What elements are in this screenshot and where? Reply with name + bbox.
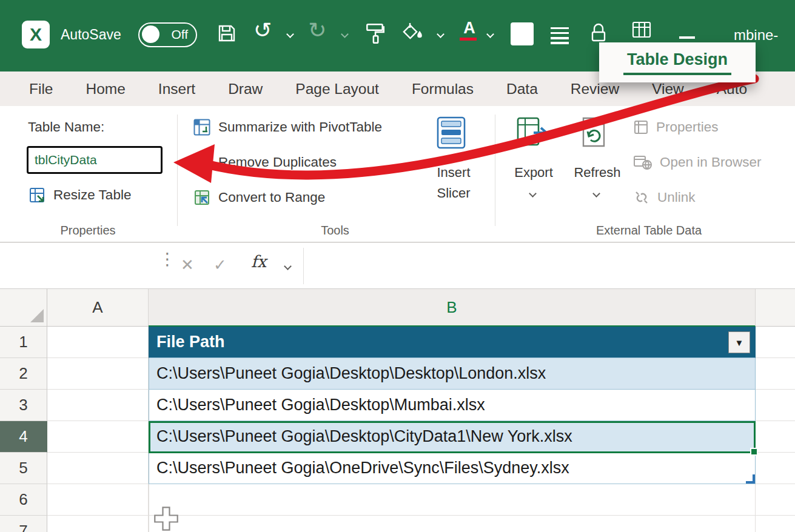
- insert-slicer-label-line2[interactable]: Slicer: [424, 185, 483, 201]
- fx-icon[interactable]: fx: [251, 252, 266, 271]
- select-all-corner[interactable]: [0, 289, 47, 327]
- redo-icon: ↻: [308, 19, 326, 41]
- refresh-label[interactable]: Refresh: [564, 165, 631, 181]
- formula-bar: B4 ⋮ ✕ ✓ fx C:\Users\Puneet Gogia\Deskto…: [0, 242, 795, 289]
- cell-stub-4[interactable]: [756, 421, 795, 453]
- format-painter-icon[interactable]: [364, 22, 386, 45]
- remove-duplicates-label: Remove Duplicates: [218, 155, 337, 170]
- export-icon[interactable]: [515, 116, 551, 148]
- tab-formulas[interactable]: Formulas: [412, 81, 474, 98]
- export-label[interactable]: Export: [503, 165, 564, 181]
- cell-a5[interactable]: [47, 453, 149, 484]
- cell-stub-7[interactable]: [756, 516, 795, 532]
- row-header-5[interactable]: 5: [0, 453, 47, 484]
- tab-page-layout[interactable]: Page Layout: [295, 81, 379, 98]
- group-label-properties: Properties: [0, 224, 176, 238]
- row-header-4[interactable]: 4: [0, 421, 47, 453]
- properties-button: Properties: [633, 119, 719, 135]
- insert-slicer-icon[interactable]: [433, 116, 471, 150]
- convert-to-range-button[interactable]: Convert to Range: [193, 188, 325, 207]
- tab-review[interactable]: Review: [571, 81, 619, 98]
- lock-icon[interactable]: [589, 22, 608, 45]
- summarize-pivottable-button[interactable]: Summarize with PivotTable: [193, 118, 382, 136]
- insert-slicer-label-line1[interactable]: Insert: [424, 165, 483, 181]
- cell-b3[interactable]: C:\Users\Puneet Gogia\Desktop\Mumbai.xls…: [149, 390, 756, 421]
- cell-b4-active[interactable]: C:\Users\Puneet Gogia\Desktop\CityData1\…: [149, 421, 756, 453]
- cell-stub-5[interactable]: [756, 453, 795, 484]
- row-header-2[interactable]: 2: [0, 358, 47, 390]
- cell-b7[interactable]: [149, 516, 756, 532]
- tab-insert[interactable]: Insert: [158, 81, 195, 98]
- cell-b5[interactable]: C:\Users\Puneet Gogia\OneDrive\Sync\File…: [149, 453, 756, 484]
- cell-a3[interactable]: [47, 390, 149, 421]
- column-header-a[interactable]: A: [47, 289, 149, 327]
- formula-bar-chevron-down-icon[interactable]: [284, 262, 292, 270]
- tab-view[interactable]: View: [652, 81, 684, 98]
- row-header-7[interactable]: 7: [0, 516, 47, 532]
- row-header-6[interactable]: 6: [0, 484, 47, 516]
- group-label-tools: Tools: [182, 224, 488, 238]
- row-header-3[interactable]: 3: [0, 390, 47, 421]
- font-color-chevron-down-icon[interactable]: [486, 30, 494, 38]
- cell-stub-6[interactable]: [756, 484, 795, 516]
- group-divider: [495, 115, 495, 226]
- tab-home[interactable]: Home: [86, 81, 125, 98]
- excel-window: X AutoSave Off ↺ ↻ A: [0, 0, 795, 532]
- unlink-button: Unlink: [633, 190, 696, 205]
- column-header-stub[interactable]: [756, 289, 795, 327]
- cell-a1[interactable]: [47, 327, 149, 358]
- filter-dropdown-button[interactable]: ▼: [728, 331, 750, 353]
- font-color-icon[interactable]: A: [460, 19, 479, 41]
- table-grid-icon[interactable]: [629, 17, 654, 42]
- fill-color-chevron-down-icon[interactable]: [437, 30, 444, 38]
- autosave-label: AutoSave: [61, 27, 121, 43]
- properties-label: Properties: [656, 119, 719, 135]
- border-color-swatch-icon[interactable]: [511, 22, 534, 45]
- undo-chevron-down-icon[interactable]: [286, 30, 294, 38]
- autosave-state: Off: [171, 27, 188, 42]
- fill-color-icon[interactable]: [400, 22, 424, 44]
- resize-table-button[interactable]: Resize Table: [28, 186, 131, 204]
- cell-b6[interactable]: [149, 484, 756, 516]
- cell-b2[interactable]: C:\Users\Puneet Gogia\Desktop\Desktop\Lo…: [149, 358, 756, 390]
- filter-arrow-icon: ▼: [735, 338, 744, 347]
- cell-a6[interactable]: [47, 484, 149, 516]
- cell-a2[interactable]: [47, 358, 149, 390]
- cell-stub-3[interactable]: [756, 390, 795, 421]
- formula-bar-divider: [303, 248, 304, 284]
- resize-table-label: Resize Table: [53, 187, 131, 203]
- unlink-icon: [633, 190, 650, 205]
- tab-draw[interactable]: Draw: [228, 81, 263, 98]
- undo-icon[interactable]: ↺: [253, 19, 272, 41]
- cell-b5-value: C:\Users\Puneet Gogia\OneDrive\Sync\File…: [156, 459, 569, 477]
- export-chevron-down-icon[interactable]: [529, 190, 537, 198]
- pivottable-icon: [193, 118, 211, 136]
- table-resize-handle[interactable]: [746, 474, 755, 484]
- tab-automate[interactable]: Auto: [717, 81, 747, 98]
- font-color-letter: A: [460, 19, 479, 36]
- autosave-toggle[interactable]: Off: [138, 22, 197, 47]
- cell-a4[interactable]: [47, 421, 149, 453]
- tab-file[interactable]: File: [29, 81, 53, 98]
- table-header-cell-b1[interactable]: File Path ▼: [149, 327, 756, 358]
- tab-data[interactable]: Data: [506, 81, 538, 98]
- redo-chevron-down-icon: [341, 30, 349, 38]
- save-icon[interactable]: [216, 22, 238, 44]
- excel-logo-icon[interactable]: X: [22, 21, 50, 48]
- cell-stub-2[interactable]: [756, 358, 795, 390]
- summarize-pivottable-label: Summarize with PivotTable: [218, 119, 382, 135]
- cell-stub-1[interactable]: [756, 327, 795, 358]
- row-header-1[interactable]: 1: [0, 327, 47, 358]
- table-name-input[interactable]: tblCityData: [27, 146, 163, 174]
- table-design-tab-callout[interactable]: Table Design: [599, 42, 756, 82]
- remove-duplicates-button[interactable]: Remove Duplicates: [193, 153, 337, 171]
- refresh-chevron-down-icon[interactable]: [592, 190, 600, 198]
- refresh-icon[interactable]: [579, 116, 610, 148]
- column-header-b[interactable]: B: [149, 289, 756, 327]
- select-all-triangle-icon: [30, 309, 44, 322]
- align-justify-icon[interactable]: [551, 24, 569, 47]
- cell-a7[interactable]: [47, 516, 149, 532]
- table-name-label: Table Name:: [28, 119, 104, 135]
- properties-icon: [633, 119, 649, 135]
- dots-separator-icon: ⋮: [159, 249, 176, 269]
